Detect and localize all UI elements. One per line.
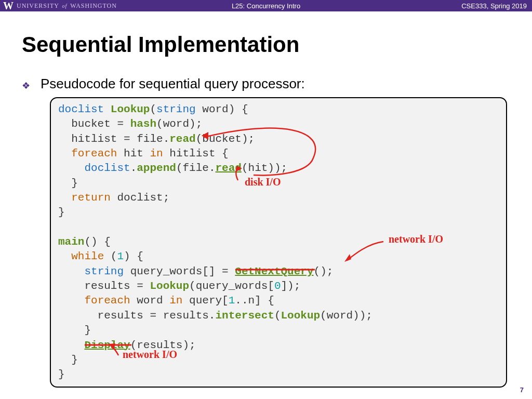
bullet-text: Pseudocode for sequential query processo… <box>41 76 305 92</box>
slide-title: Sequential Implementation <box>22 32 510 57</box>
code-block: doclist Lookup(string word) { bucket = h… <box>50 97 507 388</box>
uw-w-icon: W <box>3 0 14 12</box>
bullet-icon: ❖ <box>22 80 30 91</box>
course-label: CSE333, Spring 2019 <box>461 2 527 10</box>
header-bar: W UNIVERSITY of WASHINGTON L25: Concurre… <box>0 0 532 11</box>
lecture-title: L25: Concurrency Intro <box>232 2 300 10</box>
uw-logo: W UNIVERSITY of WASHINGTON <box>0 0 117 12</box>
slide-body: Sequential Implementation ❖ Pseudocode f… <box>0 11 532 388</box>
slide-number: 7 <box>520 386 524 394</box>
uw-text: UNIVERSITY of WASHINGTON <box>17 2 117 10</box>
annotation-network-io-top: network I/O <box>389 232 443 246</box>
annotation-disk-io: disk I/O <box>245 175 281 189</box>
bullet-line: ❖ Pseudocode for sequential query proces… <box>22 76 510 92</box>
annotation-network-io-bottom: network I/O <box>123 348 177 362</box>
